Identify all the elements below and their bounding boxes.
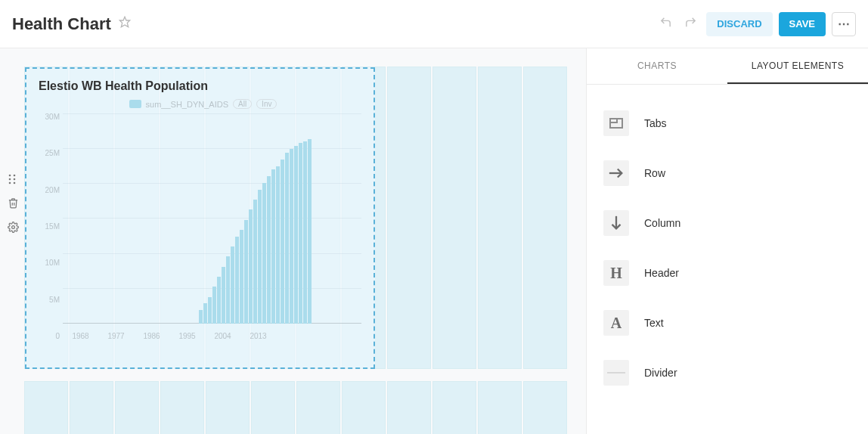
y-axis: 30M25M20M15M10M5M0	[37, 113, 60, 340]
dashboard-canvas[interactable]: Elestio WB Health Population sum__SH_DYN…	[0, 48, 587, 434]
arrow-down-icon	[603, 210, 629, 236]
save-button[interactable]: SAVE	[779, 12, 826, 36]
chart-panel[interactable]: Elestio WB Health Population sum__SH_DYN…	[25, 67, 375, 369]
layout-item-row[interactable]: Row	[587, 148, 868, 198]
layout-item-label: Row	[644, 167, 665, 179]
layout-grid-row	[24, 381, 567, 434]
svg-point-5	[9, 182, 11, 184]
layout-item-column[interactable]: Column	[587, 198, 868, 248]
divider-icon	[603, 360, 629, 386]
drag-handle-icon[interactable]	[8, 174, 19, 187]
header-actions: DISCARD SAVE ⋯	[656, 12, 856, 36]
svg-point-2	[14, 175, 16, 177]
favorite-star-icon[interactable]	[119, 16, 131, 32]
arrow-right-icon	[603, 160, 629, 186]
canvas-side-tools	[8, 174, 19, 235]
legend-all-button[interactable]: All	[233, 99, 252, 109]
text-a-icon: A	[603, 310, 629, 336]
layout-item-label: Divider	[644, 367, 677, 379]
chart-bars	[63, 122, 361, 324]
tab-layout-elements[interactable]: LAYOUT ELEMENTS	[727, 48, 868, 84]
legend-swatch	[129, 100, 141, 108]
svg-point-6	[14, 182, 16, 184]
tab-charts[interactable]: CHARTS	[587, 48, 727, 84]
x-axis: 196819771986199520042013	[63, 327, 361, 340]
sidebar-tabs: CHARTS LAYOUT ELEMENTS	[587, 48, 868, 85]
legend-series-label: sum__SH_DYN_AIDS	[146, 100, 228, 109]
delete-icon[interactable]	[8, 197, 19, 211]
layout-item-divider[interactable]: Divider	[587, 348, 868, 398]
svg-marker-0	[119, 17, 129, 26]
layout-item-label: Header	[644, 267, 679, 279]
chart-title: Elestio WB Health Population	[39, 79, 367, 93]
layout-item-header[interactable]: H Header	[587, 248, 868, 298]
discard-button[interactable]: DISCARD	[706, 12, 772, 36]
header: Health Chart DISCARD SAVE ⋯	[0, 0, 868, 48]
chart-legend: sum__SH_DYN_AIDS All Inv	[39, 99, 367, 109]
chart-plot: 30M25M20M15M10M5M0 196819771986199520042…	[63, 113, 361, 340]
gear-icon[interactable]	[8, 222, 19, 235]
more-button[interactable]: ⋯	[832, 12, 856, 36]
svg-point-3	[9, 178, 11, 181]
more-icon: ⋯	[838, 17, 851, 31]
svg-point-7	[12, 226, 15, 229]
undo-icon[interactable]	[656, 13, 675, 36]
layout-item-label: Tabs	[644, 117, 667, 129]
svg-point-4	[14, 178, 16, 181]
redo-icon[interactable]	[681, 13, 700, 36]
svg-point-1	[9, 175, 11, 177]
right-sidebar: CHARTS LAYOUT ELEMENTS Tabs Row Column	[587, 48, 868, 434]
legend-inv-button[interactable]: Inv	[256, 99, 277, 109]
layout-item-text[interactable]: A Text	[587, 298, 868, 348]
layout-item-label: Text	[644, 317, 664, 329]
header-h-icon: H	[603, 260, 629, 286]
page-title: Health Chart	[12, 14, 111, 34]
tabs-icon	[603, 110, 629, 136]
layout-item-label: Column	[644, 217, 680, 229]
layout-elements-list: Tabs Row Column H Header A Text	[587, 85, 868, 398]
layout-item-tabs[interactable]: Tabs	[587, 98, 868, 148]
